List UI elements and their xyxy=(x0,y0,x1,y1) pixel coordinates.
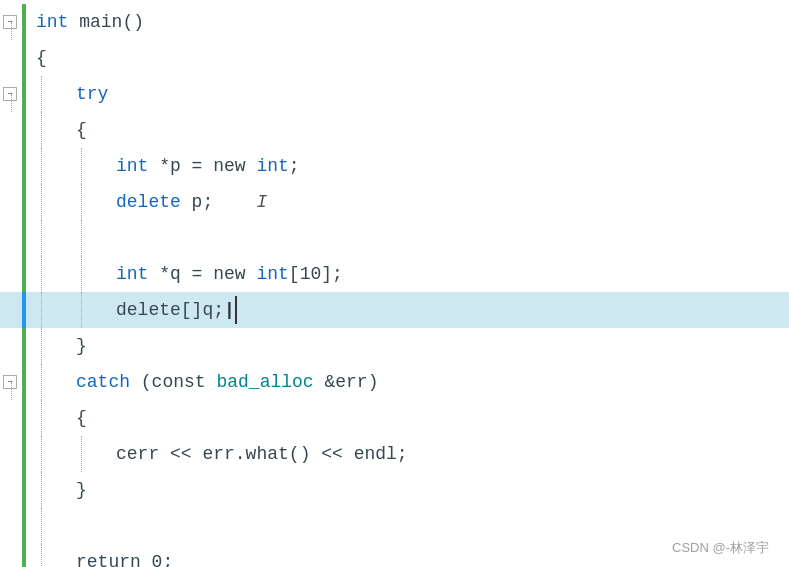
code-token: &err) xyxy=(314,368,379,396)
code-token: int xyxy=(256,152,288,180)
line-gutter xyxy=(0,544,22,567)
code-line: −try xyxy=(0,76,789,112)
code-line: delete[]q;| xyxy=(0,292,789,328)
code-line: { xyxy=(0,400,789,436)
code-token: (const xyxy=(130,368,216,396)
line-content: { xyxy=(26,400,789,436)
vertical-guide xyxy=(11,382,12,400)
code-line: int *q = new int[10]; xyxy=(0,256,789,292)
line-gutter xyxy=(0,292,22,328)
line-content xyxy=(26,220,789,256)
code-line: −catch (const bad_alloc &err) xyxy=(0,364,789,400)
code-token: int xyxy=(36,8,68,36)
code-token: main() xyxy=(68,8,144,36)
code-token: } xyxy=(76,476,87,504)
code-line: int *p = new int; xyxy=(0,148,789,184)
code-token: try xyxy=(76,80,108,108)
fold-icon[interactable]: − xyxy=(3,375,17,389)
code-token: return 0; xyxy=(76,548,173,567)
line-gutter xyxy=(0,220,22,256)
line-content: } xyxy=(26,472,789,508)
code-token: delete[]q; xyxy=(116,296,224,324)
line-content: int *p = new int; xyxy=(26,148,789,184)
code-area: −int main(){−try{int *p = new int;delete… xyxy=(0,0,789,567)
code-token: { xyxy=(76,116,87,144)
code-editor: −int main(){−try{int *p = new int;delete… xyxy=(0,0,789,567)
code-token: p; xyxy=(181,188,213,216)
code-token: int xyxy=(256,260,288,288)
line-gutter: − xyxy=(0,4,22,40)
code-token: ; xyxy=(289,152,300,180)
line-gutter xyxy=(0,112,22,148)
code-token: I xyxy=(213,188,267,216)
vertical-guide xyxy=(11,94,12,112)
line-gutter xyxy=(0,184,22,220)
code-token: int xyxy=(116,260,148,288)
code-token: cerr << err.what() << endl; xyxy=(116,440,408,468)
line-content: { xyxy=(26,112,789,148)
code-token: catch xyxy=(76,368,130,396)
code-token: int xyxy=(116,152,148,180)
line-gutter xyxy=(0,256,22,292)
code-line: return 0; xyxy=(0,544,789,567)
line-gutter xyxy=(0,400,22,436)
code-line: cerr << err.what() << endl; xyxy=(0,436,789,472)
fold-icon[interactable]: − xyxy=(3,87,17,101)
code-line xyxy=(0,508,789,544)
code-token: delete xyxy=(116,188,181,216)
code-line: } xyxy=(0,472,789,508)
line-content: } xyxy=(26,328,789,364)
line-gutter xyxy=(0,472,22,508)
code-token: | xyxy=(224,296,237,324)
code-line xyxy=(0,220,789,256)
code-line: { xyxy=(0,40,789,76)
line-content: catch (const bad_alloc &err) xyxy=(26,364,789,400)
watermark: CSDN @-林泽宇 xyxy=(672,539,769,557)
code-line: { xyxy=(0,112,789,148)
line-content: { xyxy=(26,40,789,76)
line-content: delete p; I xyxy=(26,184,789,220)
code-token: } xyxy=(76,332,87,360)
line-gutter: − xyxy=(0,364,22,400)
line-content: int *q = new int[10]; xyxy=(26,256,789,292)
fold-icon[interactable]: − xyxy=(3,15,17,29)
code-token: { xyxy=(36,44,47,72)
code-token: { xyxy=(76,404,87,432)
line-gutter xyxy=(0,508,22,544)
code-token: *q = new xyxy=(148,260,256,288)
code-line: } xyxy=(0,328,789,364)
code-line: −int main() xyxy=(0,4,789,40)
line-gutter xyxy=(0,328,22,364)
vertical-guide xyxy=(11,22,12,40)
code-token: bad_alloc xyxy=(216,368,313,396)
line-gutter: − xyxy=(0,76,22,112)
line-gutter xyxy=(0,148,22,184)
line-content: cerr << err.what() << endl; xyxy=(26,436,789,472)
code-line: delete p; I xyxy=(0,184,789,220)
line-content: delete[]q;| xyxy=(26,292,789,328)
line-gutter xyxy=(0,40,22,76)
line-content: try xyxy=(26,76,789,112)
line-gutter xyxy=(0,436,22,472)
line-content: int main() xyxy=(26,4,789,40)
code-token: *p = new xyxy=(148,152,256,180)
code-token: [10]; xyxy=(289,260,343,288)
